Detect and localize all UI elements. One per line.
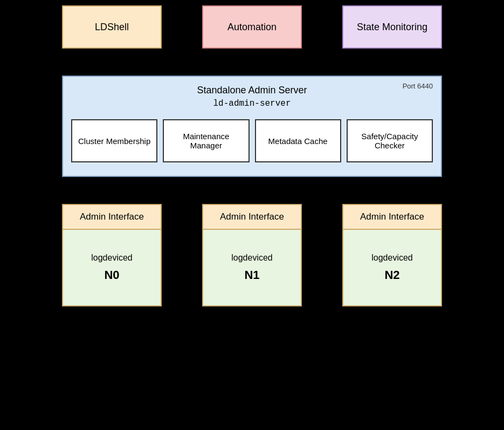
state-monitoring-box: State Monitoring xyxy=(342,5,442,49)
node-n1-body: logdeviced N1 xyxy=(203,230,301,305)
node-n0-admin-label: Admin Interface xyxy=(80,211,144,222)
node-n2-service: logdeviced xyxy=(371,253,413,263)
port-label: Port 6440 xyxy=(403,82,433,90)
node-n0-service: logdeviced xyxy=(91,253,133,263)
state-monitoring-label: State Monitoring xyxy=(357,22,427,33)
node-n2-admin-interface: Admin Interface xyxy=(343,205,441,230)
automation-box: Automation xyxy=(202,5,302,49)
node-n2-box: Admin Interface logdeviced N2 xyxy=(342,204,442,306)
top-row: LDShell Automation State Monitoring xyxy=(0,0,504,49)
node-n2-id: N2 xyxy=(384,268,399,282)
node-n2-body: logdeviced N2 xyxy=(343,230,441,305)
admin-server-code: ld-admin-server xyxy=(71,99,433,108)
ldshell-label: LDShell xyxy=(95,22,129,33)
maintenance-manager-label: Maintenance Manager xyxy=(167,132,245,150)
node-n0-box: Admin Interface logdeviced N0 xyxy=(62,204,162,306)
node-n1-admin-interface: Admin Interface xyxy=(203,205,301,230)
ldshell-box: LDShell xyxy=(62,5,162,49)
node-n0-id: N0 xyxy=(104,268,119,282)
node-n1-id: N1 xyxy=(244,268,259,282)
cluster-membership-box: Cluster Membership xyxy=(71,119,157,162)
safety-capacity-checker-box: Safety/Capacity Checker xyxy=(347,119,433,162)
maintenance-manager-box: Maintenance Manager xyxy=(163,119,249,162)
metadata-cache-label: Metadata Cache xyxy=(268,136,328,146)
bottom-row: Admin Interface logdeviced N0 Admin Inte… xyxy=(0,177,504,306)
metadata-cache-box: Metadata Cache xyxy=(255,119,341,162)
safety-capacity-checker-label: Safety/Capacity Checker xyxy=(350,132,429,150)
cluster-membership-label: Cluster Membership xyxy=(78,136,150,146)
inner-boxes-row: Cluster Membership Maintenance Manager M… xyxy=(71,119,433,162)
node-n1-box: Admin Interface logdeviced N1 xyxy=(202,204,302,306)
node-n1-service: logdeviced xyxy=(231,253,273,263)
admin-server-container: Port 6440 Standalone Admin Server ld-adm… xyxy=(62,76,442,177)
node-n2-admin-label: Admin Interface xyxy=(360,211,424,222)
automation-label: Automation xyxy=(227,22,277,33)
diagram-container: LDShell Automation State Monitoring Port… xyxy=(0,0,504,430)
node-n1-admin-label: Admin Interface xyxy=(220,211,284,222)
node-n0-admin-interface: Admin Interface xyxy=(63,205,161,230)
admin-server-title: Standalone Admin Server xyxy=(71,85,433,96)
node-n0-body: logdeviced N0 xyxy=(63,230,161,305)
